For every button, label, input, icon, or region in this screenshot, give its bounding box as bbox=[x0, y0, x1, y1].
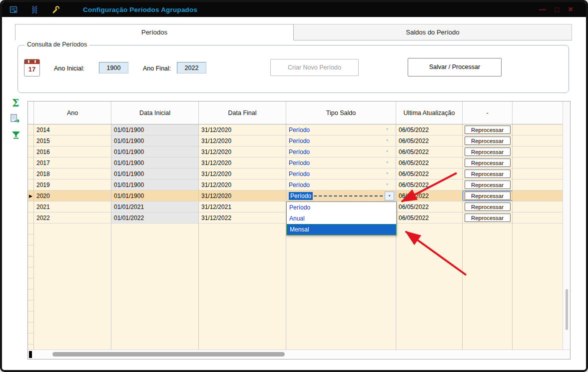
cell-tipo-saldo[interactable]: Período▾ bbox=[286, 190, 396, 202]
reprocessar-button[interactable]: Reprocessar bbox=[465, 180, 511, 189]
minimize-button[interactable]: — bbox=[539, 6, 546, 14]
table-row: 201401/01/190031/12/2020Período▾06/05/20… bbox=[28, 124, 563, 136]
cell-data-inicial[interactable]: 01/01/1900 bbox=[111, 158, 199, 168]
cell-data-inicial[interactable]: 01/01/1900 bbox=[111, 146, 199, 158]
cell-data-inicial[interactable]: 01/01/2022 bbox=[111, 212, 199, 224]
cell-tipo-saldo[interactable]: Período▾ bbox=[286, 136, 396, 146]
reprocessar-button[interactable]: Reprocessar bbox=[465, 136, 511, 145]
cell-data-final[interactable]: 31/12/2020 bbox=[199, 146, 286, 158]
salvar-processar-button[interactable]: Salvar / Processar bbox=[408, 58, 502, 76]
cell-ultima-atualizacao[interactable]: 06/05/2022 bbox=[396, 124, 463, 136]
cell-tipo-saldo[interactable]: Período▾ bbox=[286, 158, 396, 168]
horizontal-scrollbar-thumb[interactable] bbox=[52, 352, 285, 356]
sum-icon[interactable]: Σ bbox=[12, 97, 19, 109]
cell-data-inicial[interactable]: 01/01/2021 bbox=[111, 202, 199, 212]
cell-data-inicial[interactable]: 01/01/1900 bbox=[111, 136, 199, 146]
empty-cell bbox=[111, 234, 199, 246]
dropdown-option[interactable]: Anual bbox=[287, 213, 396, 224]
empty-row bbox=[28, 246, 563, 256]
cell-tipo-saldo[interactable]: Período▾ bbox=[286, 168, 396, 180]
close-button[interactable]: × bbox=[568, 6, 573, 13]
grid-header-tipo-saldo[interactable]: Tipo Saldo bbox=[286, 102, 396, 124]
grid-header-data-inicial[interactable]: Data Inicial bbox=[111, 102, 199, 124]
cell-ultima-atualizacao[interactable]: 06/05/2022 bbox=[396, 136, 463, 146]
empty-cell bbox=[396, 278, 463, 290]
cell-data-final[interactable]: 31/12/2020 bbox=[199, 190, 286, 202]
ano-inicial-input[interactable] bbox=[99, 62, 128, 74]
tab-periodos[interactable]: Períodos bbox=[15, 24, 294, 40]
reprocessar-button[interactable]: Reprocessar bbox=[465, 148, 511, 156]
vertical-scrollbar[interactable] bbox=[563, 102, 570, 350]
cell-ano[interactable]: 2022 bbox=[34, 212, 111, 224]
table-header-row: AnoData InicialData FinalTipo SaldoUltim… bbox=[28, 102, 563, 124]
empty-cell bbox=[111, 278, 199, 290]
cell-actions: Reprocessar bbox=[463, 136, 513, 146]
dropdown-option[interactable]: Mensal bbox=[287, 224, 396, 235]
form-icon[interactable] bbox=[9, 5, 18, 14]
combo-dropdown-button[interactable]: ▾ bbox=[385, 192, 394, 200]
cell-ano[interactable]: 2019 bbox=[34, 180, 111, 190]
cell-ultima-atualizacao[interactable]: 06/05/2022 bbox=[396, 202, 463, 212]
grid-header-ultima-atualizacao[interactable]: Ultima Atualização bbox=[396, 102, 463, 124]
cell-data-final[interactable]: 31/12/2020 bbox=[199, 168, 286, 180]
empty-cell bbox=[199, 268, 286, 278]
cell-ano[interactable]: 2017 bbox=[34, 158, 111, 168]
wrench-icon[interactable] bbox=[51, 5, 60, 14]
cell-ultima-atualizacao[interactable]: 06/05/2022 bbox=[396, 180, 463, 190]
cell-tipo-saldo[interactable]: Período▾ bbox=[286, 180, 396, 190]
cell-data-final[interactable]: 31/12/2020 bbox=[199, 158, 286, 168]
cell-data-inicial[interactable]: 01/01/1900 bbox=[111, 168, 199, 180]
export-grid-icon[interactable] bbox=[10, 114, 21, 124]
dropdown-option[interactable]: Período bbox=[287, 202, 396, 213]
cell-tipo-saldo[interactable]: Período▾ bbox=[286, 146, 396, 158]
row-marker bbox=[28, 158, 34, 168]
empty-row bbox=[28, 312, 563, 322]
reprocessar-button[interactable]: Reprocessar bbox=[465, 202, 511, 211]
cell-ano[interactable]: 2016 bbox=[34, 146, 111, 158]
cell-ultima-atualizacao[interactable]: 06/05/2022 bbox=[396, 146, 463, 158]
criar-novo-periodo-button[interactable]: Criar Novo Período bbox=[270, 59, 359, 76]
combo-value: Período bbox=[289, 148, 310, 156]
cell-ano[interactable]: 2014 bbox=[34, 124, 111, 136]
grid-header-ano[interactable]: Ano bbox=[34, 102, 111, 124]
horizontal-scrollbar[interactable] bbox=[28, 350, 570, 359]
cell-data-final[interactable]: 31/12/2020 bbox=[199, 180, 286, 190]
reprocessar-button[interactable]: Reprocessar bbox=[465, 126, 511, 134]
cell-data-inicial[interactable]: 01/01/1900 bbox=[111, 180, 199, 190]
reprocessar-button[interactable]: Reprocessar bbox=[465, 214, 511, 222]
empty-cell bbox=[111, 290, 199, 300]
cell-data-final[interactable]: 31/12/2021 bbox=[199, 202, 286, 212]
cell-data-final[interactable]: 31/12/2020 bbox=[199, 136, 286, 146]
cell-ano[interactable]: 2020 bbox=[34, 190, 111, 202]
cell-ultima-atualizacao[interactable]: 06/05/2022 bbox=[396, 212, 463, 224]
reprocessar-button[interactable]: Reprocessar bbox=[465, 192, 511, 200]
cell-tipo-saldo[interactable]: Período▾ bbox=[286, 124, 396, 136]
maximize-button[interactable]: □ bbox=[555, 6, 559, 14]
vertical-scrollbar-thumb[interactable] bbox=[566, 289, 568, 330]
reprocessar-button[interactable]: Reprocessar bbox=[465, 170, 511, 178]
empty-cell bbox=[34, 334, 111, 344]
cell-actions: Reprocessar bbox=[463, 190, 513, 202]
ano-final-input[interactable] bbox=[177, 62, 206, 74]
grid-header-marker bbox=[28, 102, 34, 124]
cell-ano[interactable]: 2018 bbox=[34, 168, 111, 180]
cell-ano[interactable]: 2015 bbox=[34, 136, 111, 146]
tab-saldos-do-periodo[interactable]: Saldos do Período bbox=[294, 24, 572, 40]
grid-header-data-final[interactable]: Data Final bbox=[199, 102, 286, 124]
cell-ultima-atualizacao[interactable]: 06/05/2022 bbox=[396, 168, 463, 180]
cell-data-inicial[interactable]: 01/01/1900 bbox=[111, 190, 199, 202]
empty-cell bbox=[34, 278, 111, 290]
cell-ano[interactable]: 2021 bbox=[34, 202, 111, 212]
dots-icon[interactable] bbox=[30, 5, 39, 14]
cell-data-final[interactable]: 31/12/2020 bbox=[199, 124, 286, 136]
cell-ultima-atualizacao[interactable]: 06/05/2022 bbox=[396, 190, 463, 202]
empty-cell bbox=[513, 312, 563, 322]
empty-cell bbox=[199, 334, 286, 344]
cell-data-inicial[interactable]: 01/01/1900 bbox=[111, 124, 199, 136]
filter-icon[interactable] bbox=[11, 131, 22, 142]
cell-data-final[interactable]: 31/12/2022 bbox=[199, 212, 286, 224]
reprocessar-button[interactable]: Reprocessar bbox=[465, 158, 511, 167]
calendar-icon-top bbox=[24, 60, 39, 64]
cell-ultima-atualizacao[interactable]: 06/05/2022 bbox=[396, 158, 463, 168]
grid-header-actions[interactable]: - bbox=[463, 102, 513, 124]
